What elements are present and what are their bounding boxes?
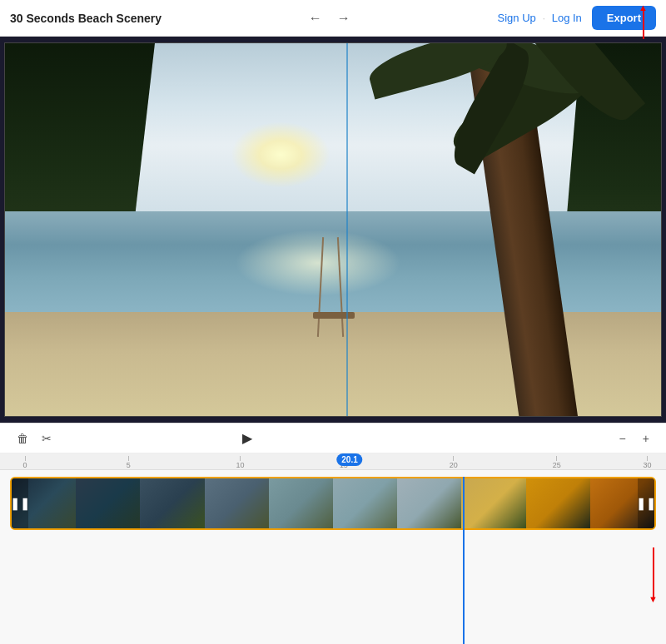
- video-canvas: [4, 42, 662, 417]
- timeline-toolbar: 🗑 ✂ ▶ − +: [0, 424, 666, 453]
- trash-icon: 🗑: [17, 432, 28, 445]
- timeline-ruler: 0 5 10 15 20 25: [0, 453, 666, 470]
- delete-button[interactable]: 🗑: [10, 429, 35, 448]
- film-frame-2: [76, 478, 140, 528]
- header-right: Sign Up · Log In Export: [498, 6, 656, 30]
- film-frame-4: [205, 478, 269, 528]
- filmstrip: ❚❚ ❚❚: [10, 477, 656, 530]
- film-frame-5: [269, 478, 333, 528]
- export-arrow-annotation: [643, 9, 644, 39]
- header: 30 Seconds Beach Scenery ← → Sign Up · L…: [0, 0, 666, 37]
- auth-separator: ·: [542, 12, 545, 24]
- zoom-in-button[interactable]: +: [636, 429, 656, 448]
- filmstrip-handle-right[interactable]: ❚❚: [638, 478, 654, 528]
- zoom-out-icon: −: [619, 432, 626, 445]
- video-playhead: [346, 43, 348, 416]
- left-handle-icon: ❚❚: [10, 497, 30, 510]
- header-center: ← →: [304, 7, 355, 29]
- project-title: 30 Seconds Beach Scenery: [10, 12, 162, 25]
- film-frame-7: [397, 478, 461, 528]
- undo-button[interactable]: ←: [304, 7, 327, 29]
- header-nav: ← →: [304, 7, 355, 29]
- redo-button[interactable]: →: [332, 7, 355, 29]
- ruler-mark-25: 25: [553, 456, 561, 469]
- ruler-mark-10: 10: [236, 456, 245, 469]
- zoom-controls: − +: [613, 429, 656, 448]
- login-link[interactable]: Log In: [552, 12, 582, 24]
- film-frame-3: [140, 478, 204, 528]
- filters-arrow-annotation: [653, 547, 654, 597]
- film-frame-9: [526, 478, 590, 528]
- signup-link[interactable]: Sign Up: [498, 12, 536, 24]
- play-icon: ▶: [242, 431, 252, 445]
- filmstrip-container: ❚❚ ❚❚: [0, 470, 666, 644]
- scissors-button[interactable]: ✂: [35, 429, 58, 448]
- right-handle-icon: ❚❚: [636, 497, 656, 510]
- film-frame-6: [333, 478, 397, 528]
- ruler-mark-30: 30: [643, 456, 651, 469]
- swing-seat: [313, 312, 355, 319]
- ruler-mark-20: 20: [450, 456, 458, 469]
- ruler-marks: 0 5 10 15 20 25: [10, 453, 656, 469]
- scissors-icon: ✂: [42, 432, 52, 445]
- playhead-time-indicator: 20.1: [336, 453, 362, 466]
- video-container: [0, 37, 666, 423]
- play-button[interactable]: ▶: [234, 427, 261, 449]
- auth-links: Sign Up · Log In: [498, 12, 582, 24]
- timeline-section: 🗑 ✂ ▶ − + 0 5: [0, 423, 666, 644]
- beach-scene: [5, 43, 661, 416]
- ruler-mark-0: 0: [23, 456, 27, 469]
- sun-glow: [231, 121, 331, 188]
- zoom-out-button[interactable]: −: [613, 429, 633, 448]
- palm-leaves: [320, 43, 611, 260]
- ruler-mark-5: 5: [127, 456, 131, 469]
- zoom-in-icon: +: [643, 432, 649, 445]
- filmstrip-handle-left[interactable]: ❚❚: [12, 478, 28, 528]
- film-frame-8: [461, 478, 525, 528]
